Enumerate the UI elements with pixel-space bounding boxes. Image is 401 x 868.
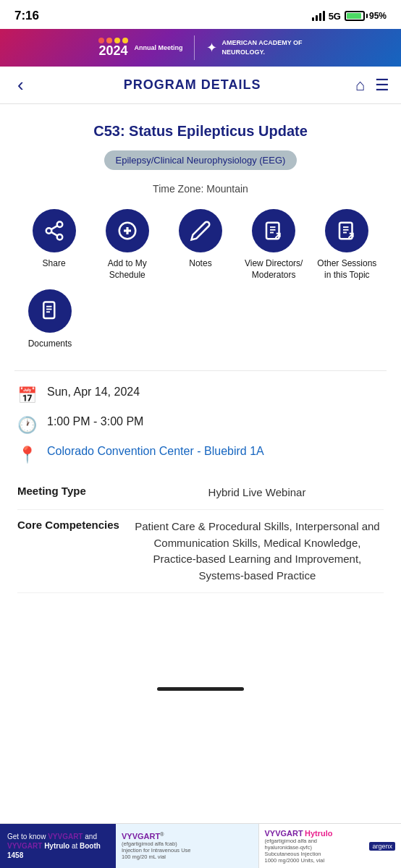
nav-bar: ‹ PROGRAM DETAILS [0, 67, 401, 104]
ad-banner: Get to know VYVGART and VYVGART Hytrulo … [0, 823, 401, 868]
calendar-icon: 📅 [17, 386, 37, 405]
svg-point-2 [56, 234, 62, 240]
notes-button[interactable]: Notes [168, 209, 233, 270]
notes-label: Notes [189, 258, 211, 270]
signal-icon [312, 11, 325, 21]
page-title: PROGRAM DETAILS [124, 77, 261, 93]
date-text: Sun, Apr 14, 2024 [47, 386, 140, 399]
add-schedule-button[interactable]: Add to My Schedule [95, 209, 160, 281]
svg-line-4 [51, 226, 57, 229]
actions-row: Share Add to My Schedule Notes [14, 209, 387, 281]
ad-right-section: VYVGART Hytrulo (efgartigimod alfa and h… [259, 824, 402, 868]
battery-indicator: 95% [345, 11, 387, 21]
timezone-text: Time Zone: Mountain [14, 183, 387, 195]
add-schedule-label: Add to My Schedule [95, 258, 160, 281]
aan-org-name: AMERICAN ACADEMY OF NEUROLOGY. [221, 38, 302, 56]
home-button[interactable] [355, 76, 365, 95]
svg-line-3 [51, 232, 57, 236]
main-content: C53: Status Epilepticus Update Epilepsy/… [0, 104, 401, 613]
meeting-type-label: Meeting Type [17, 485, 119, 497]
time-row: 🕐 1:00 PM - 3:00 PM [14, 415, 387, 435]
aan-banner: 2024 Annual Meeting ✦ AMERICAN ACADEMY O… [0, 29, 401, 67]
documents-row: Documents [14, 289, 387, 350]
meeting-type-row: Meeting Type Hybrid Live Webinar [17, 476, 384, 511]
network-label: 5G [329, 11, 341, 22]
status-bar: 7:16 5G 95% [0, 0, 401, 29]
category-badge: Epilepsy/Clinical Neurophysiology (EEG) [104, 150, 297, 170]
view-directors-button[interactable]: View Directors/ Moderators [241, 209, 306, 281]
aan-logo: 2024 Annual Meeting [98, 38, 182, 59]
info-table: Meeting Type Hybrid Live Webinar Core Co… [14, 476, 387, 594]
other-sessions-label: Other Sessions in this Topic [314, 258, 379, 281]
status-icons: 5G 95% [312, 11, 387, 22]
view-directors-label: View Directors/ Moderators [241, 258, 306, 281]
competencies-value: Patient Care & Procedural Skills, Interp… [131, 519, 384, 584]
other-sessions-icon [325, 209, 368, 252]
back-button[interactable]: ‹ [12, 71, 30, 99]
nav-actions [355, 76, 389, 95]
ad-mid-section: VYVGART® (efgartigimod alfa fcab) Inject… [116, 824, 259, 868]
home-bar [157, 687, 244, 691]
ad-left-text: Get to know VYVGART and VYVGART Hytrulo … [0, 824, 116, 868]
aan-year: 2024 [98, 43, 127, 58]
svg-point-1 [46, 228, 51, 234]
svg-point-0 [56, 222, 62, 228]
competencies-row: Core Competencies Patient Care & Procedu… [17, 510, 384, 593]
session-title: C53: Status Epilepticus Update [14, 122, 387, 140]
status-time: 7:16 [14, 9, 39, 23]
competencies-label: Core Competencies [17, 519, 119, 531]
time-text: 1:00 PM - 3:00 PM [47, 415, 143, 428]
argenx-logo: argenx [369, 842, 395, 851]
documents-button[interactable]: Documents [17, 289, 83, 350]
svg-rect-18 [43, 302, 54, 319]
share-label: Share [43, 258, 66, 270]
menu-button[interactable] [375, 76, 389, 95]
view-directors-icon [252, 209, 295, 252]
documents-label: Documents [28, 339, 72, 350]
aan-event: Annual Meeting [134, 44, 182, 51]
location-link[interactable]: Colorado Convention Center - Bluebird 1A [47, 445, 264, 458]
location-icon: 📍 [17, 446, 37, 464]
session-details: 📅 Sun, Apr 14, 2024 🕐 1:00 PM - 3:00 PM … [14, 370, 387, 464]
meeting-type-value: Hybrid Live Webinar [130, 485, 384, 501]
share-icon [33, 209, 76, 252]
clock-icon: 🕐 [17, 416, 37, 435]
battery-percent: 95% [369, 11, 387, 21]
home-indicator [0, 678, 401, 699]
location-row: 📍 Colorado Convention Center - Bluebird … [14, 445, 387, 464]
add-schedule-icon [106, 209, 149, 252]
share-button[interactable]: Share [22, 209, 87, 270]
documents-icon [28, 289, 72, 333]
date-row: 📅 Sun, Apr 14, 2024 [14, 386, 387, 405]
other-sessions-button[interactable]: Other Sessions in this Topic [314, 209, 379, 281]
notes-icon [179, 209, 222, 252]
